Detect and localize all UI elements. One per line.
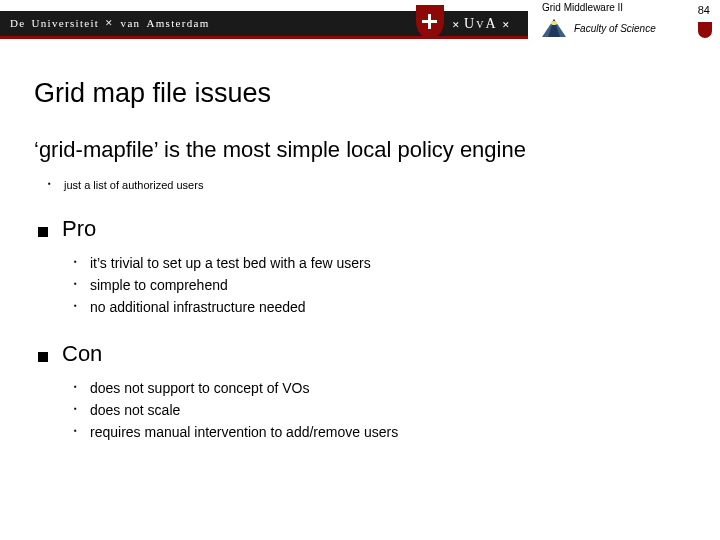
list-item: requires manual intervention to add/remo… [34,421,686,443]
section-heading: Con [34,341,686,367]
faculty-row: Faculty of Science [540,17,710,39]
list-item: it’s trivial to set up a test bed with a… [34,252,686,274]
slide-subtitle: ‘grid-mapfile’ is the most simple local … [34,137,686,163]
section-pro: Pro it’s trivial to set up a test bed wi… [34,216,686,319]
pyramid-icon [540,17,568,39]
con-list: does not support to concept of VOs does … [34,377,686,444]
slide-header: De Universiteit ✕ van Amsterdam ✕ UvA ✕ … [0,0,720,48]
course-title: Grid Middleware II [540,2,710,13]
intro-list: just a list of authorized users [34,177,686,194]
section-con: Con does not support to concept of VOs d… [34,341,686,444]
slide: De Universiteit ✕ van Amsterdam ✕ UvA ✕ … [0,0,720,540]
list-item: no additional infrastructure needed [34,296,686,318]
section-heading: Pro [34,216,686,242]
list-item: does not scale [34,399,686,421]
corner-badge-icon [698,22,712,38]
university-mid2: van [121,17,141,29]
university-wordmark: De Universiteit ✕ van Amsterdam [10,17,210,29]
uva-monogram: UvA [464,16,498,31]
university-mid1: Universiteit [31,17,99,29]
university-name: Amsterdam [146,17,209,29]
slide-number: 84 [698,4,710,16]
pro-list: it’s trivial to set up a test bed with a… [34,252,686,319]
svg-point-2 [551,21,557,25]
slide-title: Grid map file issues [34,78,686,109]
header-right: Grid Middleware II Faculty of Science [540,2,710,48]
header-accent-line [0,36,528,39]
university-prefix: De [10,17,25,29]
uva-mono-block: ✕ UvA ✕ [452,14,510,32]
list-item: just a list of authorized users [34,177,686,194]
separator-icon: ✕ [502,20,510,30]
separator-icon: ✕ [105,18,114,28]
separator-icon: ✕ [452,20,460,30]
faculty-label: Faculty of Science [574,23,656,34]
list-item: does not support to concept of VOs [34,377,686,399]
slide-body: Grid map file issues ‘grid-mapfile’ is t… [0,48,720,444]
list-item: simple to comprehend [34,274,686,296]
